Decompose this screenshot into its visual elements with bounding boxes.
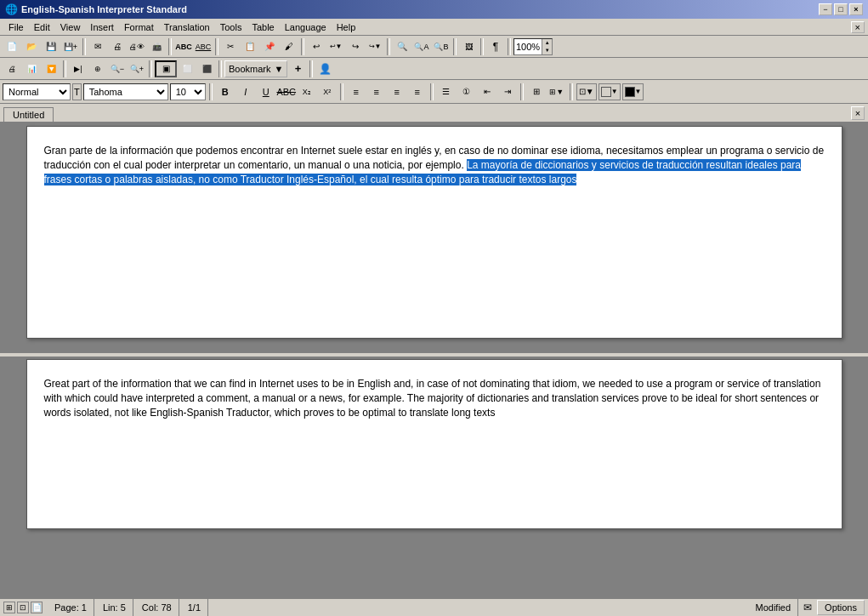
- options-button[interactable]: Options: [817, 600, 865, 615]
- zoom-up-arrow[interactable]: ▲: [542, 39, 552, 47]
- tb2-btn10[interactable]: ⬛: [197, 60, 216, 77]
- new-button[interactable]: 📄: [3, 38, 21, 55]
- tb2-btn6[interactable]: 🔍−: [108, 60, 127, 77]
- undo-button[interactable]: ↩: [307, 38, 326, 55]
- menu-format[interactable]: Format: [119, 21, 159, 33]
- tb2-btn9[interactable]: ⬜: [178, 60, 196, 77]
- main-content: Gran parte de la información que podemos…: [0, 123, 868, 597]
- subscript-button[interactable]: X₂: [298, 83, 316, 100]
- lower-document[interactable]: Great part of the information that we ca…: [26, 359, 842, 529]
- undo-drop-button[interactable]: ↩▼: [326, 38, 345, 55]
- close-doc-x[interactable]: ×: [851, 21, 865, 33]
- tab-bar: Untitled ×: [0, 104, 868, 123]
- title-bar-left: 🌐 English-Spanish Interpreter Standard: [5, 3, 187, 15]
- redo-button[interactable]: ↪: [346, 38, 365, 55]
- align-justify-button[interactable]: ≡: [408, 83, 427, 100]
- separator-4: [301, 38, 304, 55]
- bullet-list-button[interactable]: ☰: [437, 83, 456, 100]
- font-icon: T: [74, 87, 80, 97]
- size-select[interactable]: 10: [170, 83, 206, 100]
- status-col: Col: 78: [135, 599, 179, 616]
- fax-button[interactable]: 📠: [147, 38, 166, 55]
- border-btn-box[interactable]: ⊡▼: [576, 83, 597, 100]
- decrease-indent-button[interactable]: ⇤: [478, 83, 496, 100]
- spell-check-button[interactable]: ABC: [174, 38, 193, 55]
- print-button[interactable]: 🖨: [108, 38, 127, 55]
- separator-2: [168, 38, 172, 55]
- bg-color-arrow[interactable]: ▼: [635, 88, 642, 95]
- status-modified: Modified: [749, 599, 799, 616]
- find2-button[interactable]: 🔍A: [412, 38, 431, 55]
- align-left-button[interactable]: ≡: [347, 83, 366, 100]
- separator-7: [480, 38, 484, 55]
- text-color-arrow[interactable]: ▼: [611, 88, 618, 95]
- menu-translation[interactable]: Translation: [159, 21, 215, 33]
- menu-edit[interactable]: Edit: [29, 21, 55, 33]
- menu-insert[interactable]: Insert: [85, 21, 119, 33]
- open-button[interactable]: 📂: [22, 38, 41, 55]
- cut-button[interactable]: ✂: [221, 38, 240, 55]
- minimize-button[interactable]: −: [819, 3, 832, 15]
- title-bar-controls: − □ ×: [819, 3, 863, 15]
- numbered-list-button[interactable]: ①: [457, 83, 476, 100]
- menu-table[interactable]: Table: [247, 21, 279, 33]
- doc-tab[interactable]: Untitled: [3, 107, 54, 122]
- table-drop-button[interactable]: ⊞▼: [547, 83, 566, 100]
- redo-drop-button[interactable]: ↪▼: [366, 38, 384, 55]
- bold-button[interactable]: B: [216, 83, 235, 100]
- user-button[interactable]: 👤: [315, 60, 334, 77]
- bookmark-label: Bookmark: [229, 64, 271, 74]
- strikethrough-button[interactable]: ABC: [277, 83, 296, 100]
- line-number: Lin: 5: [103, 602, 126, 613]
- status-lin: Lin: 5: [96, 599, 133, 616]
- tb2-btn7[interactable]: 🔍+: [128, 60, 146, 77]
- upper-document[interactable]: Gran parte de la información que podemos…: [26, 126, 842, 339]
- increase-indent-button[interactable]: ⇥: [498, 83, 517, 100]
- bookmark-add-button[interactable]: +: [288, 60, 307, 77]
- zoom-arrows[interactable]: ▲ ▼: [542, 39, 552, 54]
- insert-image-button[interactable]: 🖼: [459, 38, 478, 55]
- doc-area-close[interactable]: ×: [851, 106, 865, 120]
- zoom-down-arrow[interactable]: ▼: [542, 47, 552, 54]
- font-select[interactable]: Tahoma: [83, 83, 168, 100]
- align-center-button[interactable]: ≡: [367, 83, 386, 100]
- underline-button[interactable]: U: [257, 83, 275, 100]
- status-icon3: 📄: [31, 602, 43, 613]
- tb2-btn2[interactable]: 📊: [22, 60, 41, 77]
- upper-doc-text: Gran parte de la información que podemos…: [44, 144, 825, 186]
- maximize-button[interactable]: □: [834, 3, 848, 15]
- tb2-btn3[interactable]: 🔽: [42, 60, 60, 77]
- email-button[interactable]: ✉: [88, 38, 107, 55]
- zoom-value: 100%: [514, 42, 542, 52]
- tb2-btn8[interactable]: ▣: [155, 60, 177, 77]
- find-button[interactable]: 🔍: [393, 38, 411, 55]
- paste-button[interactable]: 📌: [260, 38, 279, 55]
- menu-view[interactable]: View: [55, 21, 86, 33]
- tb2-btn1[interactable]: 🖨: [3, 60, 21, 77]
- bg-color-box-container[interactable]: ▼: [622, 83, 644, 100]
- pilcrow-button[interactable]: ¶: [486, 38, 505, 55]
- menu-file[interactable]: File: [3, 21, 29, 33]
- menu-help[interactable]: Help: [332, 21, 361, 33]
- save-as-button[interactable]: 💾+: [61, 38, 80, 55]
- format-paint-button[interactable]: 🖌: [280, 38, 298, 55]
- superscript-button[interactable]: X²: [318, 83, 337, 100]
- style-select[interactable]: Normal: [3, 83, 71, 100]
- zoom-box[interactable]: 100% ▲ ▼: [513, 38, 553, 55]
- copy-button[interactable]: 📋: [241, 38, 259, 55]
- print-preview-button[interactable]: 🖨👁: [128, 38, 146, 55]
- tb2-btn4[interactable]: ▶|: [69, 60, 88, 77]
- align-right-button[interactable]: ≡: [388, 83, 406, 100]
- color-box-container[interactable]: ▼: [599, 83, 621, 100]
- menu-language[interactable]: Language: [280, 21, 332, 33]
- close-button[interactable]: ×: [849, 3, 863, 15]
- tb2-btn5[interactable]: ⊕: [88, 60, 107, 77]
- bookmark-dropdown[interactable]: Bookmark ▼: [224, 60, 287, 77]
- save-button[interactable]: 💾: [42, 38, 60, 55]
- menu-tools[interactable]: Tools: [215, 21, 247, 33]
- lower-doc-text: Great part of the information that we ca…: [44, 377, 825, 419]
- find3-button[interactable]: 🔍B: [432, 38, 451, 55]
- table-insert-button[interactable]: ⊞: [527, 83, 546, 100]
- italic-button[interactable]: I: [236, 83, 255, 100]
- spell-check2-button[interactable]: ABC: [194, 38, 213, 55]
